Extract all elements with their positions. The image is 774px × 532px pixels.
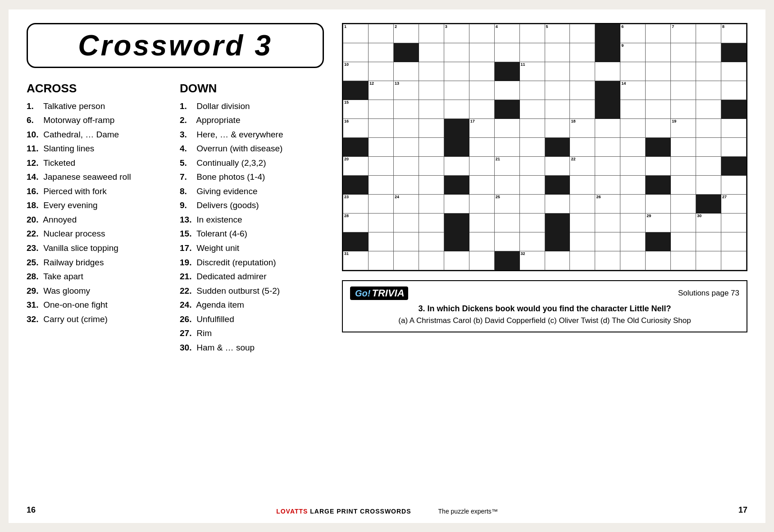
grid-cell: 14 xyxy=(620,81,646,100)
footer-center: LOVATTS LARGE PRINT CROSSWORDS The puzzl… xyxy=(276,508,498,515)
down-clue-item: 5. Continually (2,3,2) xyxy=(180,157,324,169)
grid-cell xyxy=(444,232,469,251)
grid-cell xyxy=(545,43,570,62)
grid-cell xyxy=(545,251,570,270)
grid-cell: 6 xyxy=(620,24,646,43)
grid-cell xyxy=(545,194,570,213)
grid-cell xyxy=(721,118,747,137)
grid-cell xyxy=(469,43,494,62)
cell-number: 21 xyxy=(496,157,500,161)
grid-cell xyxy=(393,100,419,118)
grid-cell xyxy=(595,62,620,81)
grid-cell xyxy=(595,137,620,156)
grid-cell xyxy=(368,156,393,175)
grid-cell xyxy=(519,24,545,43)
grid-cell xyxy=(646,137,671,156)
clue-number: 28. xyxy=(27,270,41,283)
grid-cell xyxy=(570,232,595,251)
cell-number: 17 xyxy=(470,119,475,123)
right-panel: 1234567891011121314151617181920212223242… xyxy=(342,23,747,509)
cell-number: 6 xyxy=(621,25,624,29)
grid-cell xyxy=(620,137,646,156)
across-clue-item: 29. Was gloomy xyxy=(27,285,171,297)
cell-number: 24 xyxy=(395,195,399,199)
grid-cell xyxy=(368,232,393,251)
grid-cell xyxy=(570,194,595,213)
grid-cell: 23 xyxy=(343,194,369,213)
grid-cell xyxy=(368,24,393,43)
grid-cell: 8 xyxy=(721,24,747,43)
grid-cell: 2 xyxy=(393,24,419,43)
grid-cell xyxy=(671,81,696,100)
grid-cell: 12 xyxy=(368,81,393,100)
grid-cell xyxy=(545,175,570,194)
grid-cell xyxy=(671,137,696,156)
cell-number: 20 xyxy=(344,157,349,161)
grid-cell xyxy=(696,156,721,175)
grid-cell xyxy=(519,43,545,62)
grid-cell xyxy=(368,137,393,156)
grid-cell xyxy=(444,175,469,194)
across-heading: ACROSS xyxy=(27,82,171,95)
grid-cell xyxy=(570,24,595,43)
cell-number: 28 xyxy=(344,214,349,218)
down-clue-item: 22. Sudden outburst (5-2) xyxy=(180,285,324,297)
grid-cell xyxy=(393,118,419,137)
grid-cell xyxy=(343,232,369,251)
grid-cell xyxy=(519,213,545,232)
grid-cell xyxy=(620,100,646,118)
grid-cell xyxy=(494,43,519,62)
page-number-right: 17 xyxy=(738,505,747,515)
grid-cell xyxy=(620,62,646,81)
grid-cell xyxy=(368,175,393,194)
grid-cell xyxy=(343,81,369,100)
grid-cell xyxy=(570,175,595,194)
grid-cell xyxy=(721,43,747,62)
clue-number: 1. xyxy=(180,100,194,113)
grid-cell xyxy=(519,194,545,213)
clue-number: 3. xyxy=(180,128,194,141)
down-clue-item: 17. Weight unit xyxy=(180,242,324,255)
grid-cell xyxy=(393,156,419,175)
clue-number: 32. xyxy=(27,313,41,326)
grid-cell xyxy=(696,62,721,81)
grid-cell: 9 xyxy=(620,43,646,62)
grid-cell xyxy=(444,213,469,232)
grid-cell xyxy=(545,156,570,175)
grid-cell xyxy=(519,118,545,137)
grid-cell xyxy=(595,24,620,43)
across-clue-item: 12. Ticketed xyxy=(27,157,171,169)
grid-cell xyxy=(444,118,469,137)
grid-cell: 22 xyxy=(570,156,595,175)
grid-cell xyxy=(444,194,469,213)
grid-cell xyxy=(646,175,671,194)
grid-cell: 21 xyxy=(494,156,519,175)
clue-number: 30. xyxy=(180,341,194,354)
grid-cell xyxy=(595,251,620,270)
down-clue-item: 21. Dedicated admirer xyxy=(180,270,324,283)
clue-number: 9. xyxy=(180,199,194,212)
cell-number: 25 xyxy=(496,195,500,199)
down-clue-item: 13. In existence xyxy=(180,214,324,226)
grid-cell: 24 xyxy=(393,194,419,213)
grid-cell xyxy=(393,175,419,194)
across-clue-item: 22. Nuclear process xyxy=(27,227,171,240)
grid-cell xyxy=(469,62,494,81)
grid-cell xyxy=(444,81,469,100)
clue-number: 29. xyxy=(27,285,41,297)
cell-number: 8 xyxy=(722,25,724,29)
down-heading: DOWN xyxy=(180,82,324,95)
grid-cell xyxy=(595,100,620,118)
clue-number: 18. xyxy=(27,199,41,212)
grid-cell: 25 xyxy=(494,194,519,213)
grid-cell: 1 xyxy=(343,24,369,43)
grid-cell xyxy=(696,194,721,213)
across-clue-item: 10. Cathedral, … Dame xyxy=(27,128,171,141)
grid-cell xyxy=(721,232,747,251)
grid-cell xyxy=(519,100,545,118)
across-section: ACROSS 1. Talkative person6. Motorway of… xyxy=(27,82,171,356)
grid-cell xyxy=(696,118,721,137)
footer-brand: LOVATTS LARGE PRINT CROSSWORDS xyxy=(276,508,411,515)
grid-cell xyxy=(519,175,545,194)
across-clue-item: 11. Slanting lines xyxy=(27,142,171,155)
